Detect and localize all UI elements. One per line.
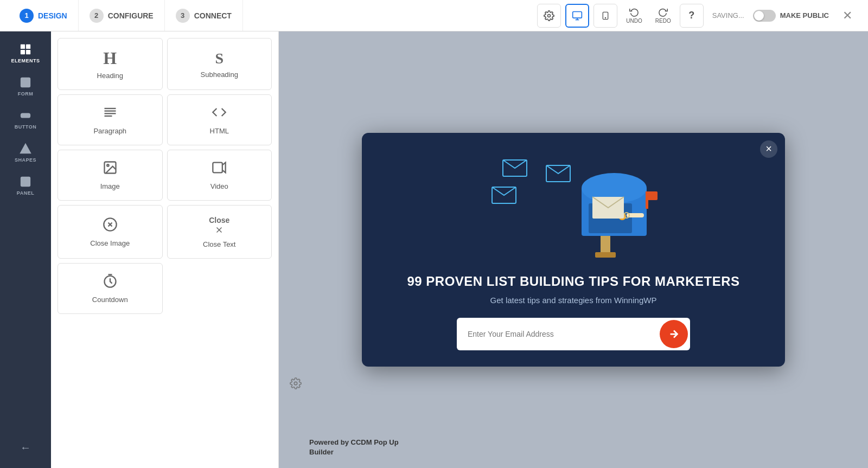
submit-arrow-icon (668, 328, 680, 340)
svg-rect-9 (21, 50, 25, 54)
sidebar-item-shapes[interactable]: SHAPES (4, 137, 47, 168)
help-button[interactable]: ? (680, 4, 704, 28)
gear-icon (544, 10, 554, 21)
svg-point-6 (605, 17, 606, 18)
saving-status: SAVING... (712, 11, 744, 20)
shapes-icon (20, 143, 31, 155)
top-bar-actions: UNDO REDO ? SAVING... MAKE PUBLIC ✕ (537, 4, 859, 28)
svg-point-35 (294, 382, 297, 385)
element-card-image[interactable]: Image (58, 150, 163, 201)
canvas-area: × (279, 31, 868, 468)
close-image-label: Close Image (90, 239, 130, 247)
svg-rect-1 (573, 11, 582, 18)
countdown-icon (103, 273, 118, 292)
main-layout: ELEMENTS FORM BUTTON SH (0, 31, 868, 468)
svg-rect-27 (213, 163, 223, 173)
settings-button[interactable] (537, 4, 561, 28)
panel-icon (20, 176, 31, 188)
left-sidebar: ELEMENTS FORM BUTTON SH (0, 31, 51, 468)
back-button[interactable]: ← (14, 435, 37, 459)
step-design[interactable]: 1 DESIGN (9, 0, 79, 31)
form-icon (20, 76, 31, 88)
svg-rect-10 (26, 50, 30, 54)
heading-label: Heading (97, 72, 123, 80)
desktop-view-button[interactable] (565, 4, 589, 28)
mobile-icon (601, 10, 610, 21)
step-configure[interactable]: 2 CONFIGURE (79, 0, 165, 31)
step-3-circle: 3 (176, 9, 190, 23)
popup-modal: × (362, 133, 785, 367)
undo-icon (629, 7, 640, 17)
sidebar-button-label: BUTTON (15, 124, 36, 130)
popup-form (457, 318, 690, 350)
subheading-label: Subheading (201, 70, 238, 79)
paragraph-icon (103, 105, 118, 124)
svg-marker-18 (21, 144, 30, 153)
countdown-label: Countdown (92, 296, 128, 304)
canvas-settings-icon[interactable] (290, 377, 302, 392)
sidebar-item-form[interactable]: FORM (4, 71, 47, 102)
redo-icon (658, 7, 668, 17)
svg-rect-19 (21, 177, 30, 187)
mobile-view-button[interactable] (593, 4, 617, 28)
toggle-knob (754, 11, 764, 21)
element-card-close-text[interactable]: Close Close Text (167, 205, 272, 259)
image-label: Image (100, 182, 120, 190)
element-card-close-image[interactable]: Close Image (58, 205, 163, 259)
sidebar-elements-label: ELEMENTS (11, 58, 40, 63)
html-label: HTML (210, 127, 229, 135)
element-card-subheading[interactable]: S Subheading (167, 38, 272, 90)
desktop-icon (572, 10, 583, 21)
image-icon (103, 160, 118, 179)
svg-rect-40 (595, 252, 616, 258)
element-card-countdown[interactable]: Countdown (58, 263, 163, 314)
sidebar-item-elements[interactable]: ELEMENTS (4, 38, 47, 69)
svg-point-0 (548, 14, 551, 17)
element-card-html[interactable]: HTML (167, 94, 272, 145)
undo-button[interactable]: UNDO (622, 5, 646, 26)
element-card-paragraph[interactable]: Paragraph (58, 94, 163, 145)
step-2-label: CONFIGURE (108, 11, 154, 20)
popup-submit-button[interactable] (660, 320, 688, 348)
step-1-label: DESIGN (38, 11, 67, 20)
step-3-label: CONNECT (194, 11, 232, 20)
button-icon (20, 110, 31, 121)
powered-by-label: Powered by CCDM Pop UpBuilder (309, 438, 399, 456)
sidebar-item-button[interactable]: BUTTON (4, 104, 47, 135)
sidebar-item-panel[interactable]: PANEL (4, 170, 47, 201)
redo-button[interactable]: REDO (651, 5, 675, 26)
paragraph-label: Paragraph (93, 127, 126, 135)
video-icon (212, 160, 227, 179)
sidebar-form-label: FORM (18, 91, 34, 97)
svg-point-26 (107, 164, 109, 166)
make-public-label: MAKE PUBLIC (780, 11, 829, 20)
sidebar-shapes-label: SHAPES (15, 157, 36, 163)
top-bar: 1 DESIGN 2 CONFIGURE 3 CONNECT (0, 0, 868, 31)
make-public-toggle[interactable] (753, 10, 776, 22)
popup-title: 99 PROVEN LIST BUILDING TIPS FOR MARKETE… (384, 274, 763, 290)
svg-rect-50 (646, 191, 658, 200)
step-connect[interactable]: 3 CONNECT (165, 0, 243, 31)
powered-by-text: Powered by CCDM Pop UpBuilder (309, 438, 399, 457)
elements-panel: H Heading S Subheading Paragraph (51, 31, 279, 468)
close-x-icon: ✕ (843, 9, 852, 23)
popup-subtitle: Get latest tips and strategies from Winn… (384, 296, 763, 305)
popup-email-input[interactable] (457, 321, 658, 347)
close-editor-button[interactable]: ✕ (835, 4, 859, 28)
step-2-circle: 2 (90, 9, 104, 23)
sidebar-panel-label: PANEL (17, 190, 34, 196)
step-1-circle: 1 (20, 9, 34, 23)
subheading-icon: S (215, 50, 224, 67)
close-text-label: Close Text (203, 240, 235, 248)
back-arrow-icon: ← (20, 441, 31, 454)
svg-rect-7 (21, 44, 25, 49)
close-text-icon: Close (209, 215, 229, 237)
popup-illustration (481, 149, 666, 258)
element-card-video[interactable]: Video (167, 150, 272, 201)
help-icon: ? (688, 10, 694, 21)
heading-icon: H (103, 48, 117, 68)
element-card-heading[interactable]: H Heading (58, 38, 163, 90)
close-image-icon (103, 217, 118, 236)
html-icon (212, 105, 227, 124)
popup-image-section (362, 133, 785, 268)
